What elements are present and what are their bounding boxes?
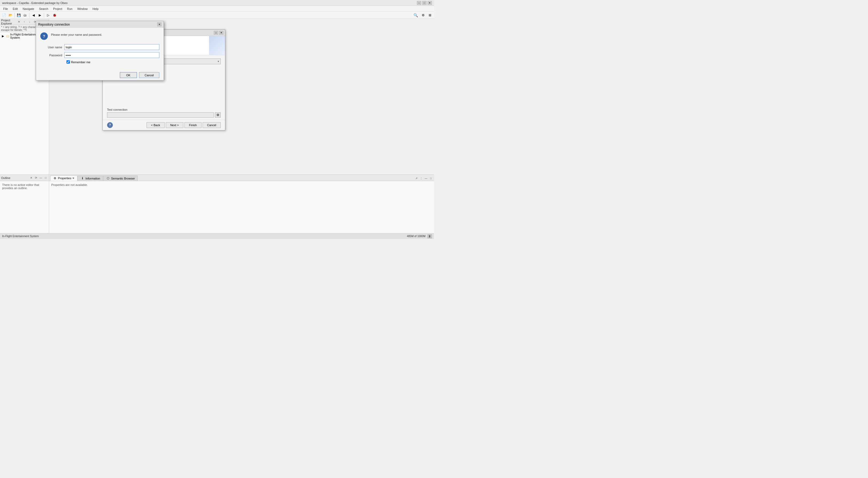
repo-cancel-button[interactable]: Cancel (139, 72, 159, 78)
export-dialog-footer: ? < Back Next > Finish Cancel (103, 120, 225, 130)
minimize-button[interactable]: ─ (417, 1, 421, 5)
menu-run[interactable]: Run (65, 7, 74, 11)
toolbar-sep-3 (44, 13, 44, 18)
toolbar-save-btn[interactable]: 💾 (16, 12, 22, 18)
repo-message-row: ? Please enter your name and password. (40, 32, 159, 40)
menu-bar: File Edit Navigate Search Project Run Wi… (0, 6, 434, 12)
toolbar-save-all-btn[interactable]: 🗂 (22, 12, 28, 18)
test-connection-row: ⚙ (107, 112, 221, 118)
select-arrow-icon: ▼ (217, 60, 219, 63)
outline-sync[interactable]: ⟳ (34, 176, 38, 180)
outline-header: Outline ✕ ⟳ — □ (0, 175, 49, 181)
test-connection-btn[interactable]: ⚙ (215, 112, 221, 118)
properties-panel: ⚙ Properties ✕ ℹ Information ⬡ Semantic … (49, 175, 434, 233)
bottom-area: Outline ✕ ⟳ — □ There is no active edito… (0, 174, 434, 233)
tab-properties[interactable]: ⚙ Properties ✕ (50, 176, 78, 181)
maximize-button[interactable]: □ (422, 1, 427, 5)
password-input[interactable] (64, 52, 159, 58)
repo-dialog-footer: OK Cancel (36, 70, 164, 80)
repo-dialog-titlebar: Repository connection ✕ (36, 21, 164, 28)
tab-semantic-browser[interactable]: ⬡ Semantic Browser (103, 176, 138, 181)
username-row: User name (40, 44, 159, 50)
status-bar: In-Flight Entertainment System 485M of 1… (0, 233, 434, 239)
password-label: Password (40, 54, 64, 57)
export-cancel-button[interactable]: Cancel (203, 122, 221, 128)
project-explorer-pin[interactable]: ↑ (22, 20, 26, 24)
tab-information[interactable]: ℹ Information (78, 176, 103, 181)
properties-more[interactable]: ⋮ (419, 176, 423, 180)
test-connection-input[interactable] (107, 112, 214, 118)
toolbar-sep-1 (14, 13, 15, 18)
back-button[interactable]: < Back (147, 122, 165, 128)
menu-edit[interactable]: Edit (11, 7, 20, 11)
repo-dialog-close[interactable]: ✕ (157, 23, 161, 26)
menu-project[interactable]: Project (51, 7, 64, 11)
toolbar-perspective-btn[interactable]: ⊞ (427, 12, 433, 18)
toolbar-sep-2 (29, 13, 29, 18)
project-explorer-down[interactable]: ↓ (28, 20, 32, 24)
project-folder-icon: 🗂 (6, 34, 10, 38)
toolbar-new-btn[interactable]: 📄 (1, 12, 7, 18)
toolbar-open-btn[interactable]: 📂 (7, 12, 13, 18)
tab-properties-label: Properties (58, 177, 71, 180)
outline-title: Outline (1, 176, 28, 180)
toolbar-forward-btn[interactable]: ▶ (37, 12, 43, 18)
search-icon[interactable]: 🔍 (412, 13, 419, 17)
test-connection-label: Test connection (107, 108, 221, 111)
close-window-button[interactable]: ✕ (428, 1, 432, 5)
menu-navigate[interactable]: Navigate (21, 7, 36, 11)
toolbar: 📄 📂 💾 🗂 ◀ ▶ ▷ 🐞 🔍 ⚙ ⊞ (0, 12, 434, 19)
outline-empty-message: There is no active editor that provides … (2, 183, 39, 190)
properties-icon: ⚙ (53, 176, 57, 180)
export-dialog-close[interactable]: ✕ (219, 31, 223, 35)
outline-header-btns: ✕ ⟳ — □ (29, 176, 48, 180)
repo-message: Please enter your name and password. (51, 32, 102, 36)
export-dialog-decoration (209, 36, 225, 55)
window-title: workspace - Capella - Extended package b… (2, 1, 67, 4)
remember-me-label: Remember me (71, 60, 91, 63)
properties-pop-out[interactable]: ↗ (414, 176, 418, 180)
toolbar-debug-btn[interactable]: 🐞 (52, 12, 57, 18)
properties-minimize[interactable]: — (424, 176, 428, 180)
password-row: Password (40, 52, 159, 58)
username-label: User name (40, 45, 64, 49)
title-bar: workspace - Capella - Extended package b… (0, 0, 434, 6)
properties-content: Properties are not available. (49, 181, 434, 233)
test-connection-section: Test connection ⚙ (103, 106, 225, 120)
window-controls: ─ □ ✕ (417, 1, 432, 5)
finish-button[interactable]: Finish (184, 122, 202, 128)
status-memory: 485M of 1000M (407, 235, 426, 238)
repo-help-icon: ? (40, 33, 48, 40)
export-dialog-minimize[interactable]: □ (214, 31, 218, 35)
username-input[interactable] (64, 44, 159, 50)
toolbar-back-btn[interactable]: ◀ (30, 12, 36, 18)
remember-me-checkbox[interactable] (66, 60, 70, 64)
center-panel: ⬡ Export Project to Repository □ ✕ Expor… (49, 19, 434, 174)
repo-ok-button[interactable]: OK (120, 72, 137, 78)
menu-help[interactable]: Help (91, 7, 101, 11)
bottom-tab-bar: ⚙ Properties ✕ ℹ Information ⬡ Semantic … (49, 175, 434, 181)
properties-tab-close[interactable]: ✕ (72, 177, 74, 180)
toolbar-settings-btn[interactable]: ⚙ (420, 12, 426, 18)
project-explorer-close[interactable]: ✕ (17, 20, 21, 24)
menu-file[interactable]: File (1, 7, 10, 11)
outline-panel: Outline ✕ ⟳ — □ There is no active edito… (0, 175, 49, 233)
outline-close[interactable]: ✕ (29, 176, 33, 180)
status-gc-button[interactable]: 🗑 (428, 234, 432, 238)
outline-maximize[interactable]: □ (43, 176, 48, 180)
tab-semantic-browser-label: Semantic Browser (111, 177, 135, 180)
next-button[interactable]: Next > (166, 122, 183, 128)
top-area: Project Explorer ✕ ↑ ↓ ⟳ — □ * = any str… (0, 19, 434, 174)
repo-connection-dialog: Repository connection ✕ ? Please enter y… (36, 21, 164, 81)
menu-window[interactable]: Window (75, 7, 90, 11)
tab-information-label: Information (85, 177, 100, 180)
toolbar-run-btn[interactable]: ▷ (45, 12, 51, 18)
project-explorer-title: Project Explorer (1, 19, 16, 25)
export-help-button[interactable]: ? (107, 122, 113, 128)
semantic-browser-icon: ⬡ (106, 177, 110, 180)
status-project: In-Flight Entertainment System (2, 235, 39, 238)
properties-maximize[interactable]: □ (429, 176, 433, 180)
outline-collapse[interactable]: — (39, 176, 43, 180)
outline-content: There is no active editor that provides … (0, 181, 49, 233)
menu-search[interactable]: Search (37, 7, 51, 11)
